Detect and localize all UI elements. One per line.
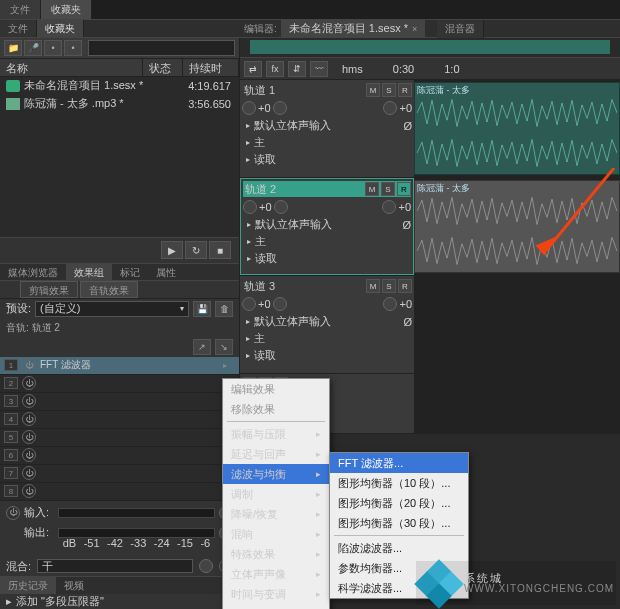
tab-history[interactable]: 历史记录	[0, 577, 56, 594]
tool-d[interactable]: 〰	[310, 61, 328, 77]
menu-reverb[interactable]: 混响▸	[223, 524, 329, 544]
btn-a[interactable]: •	[44, 40, 62, 56]
tab-clip-fx[interactable]: 剪辑效果	[20, 281, 78, 298]
btn-record[interactable]: 🎤	[24, 40, 42, 56]
close-icon[interactable]: ×	[412, 24, 417, 34]
tab-video[interactable]: 视频	[56, 577, 92, 594]
master-select[interactable]: ▸主	[243, 234, 411, 249]
delete-preset-icon[interactable]: 🗑	[215, 301, 233, 317]
tab-mixer[interactable]: 混音器	[437, 20, 484, 38]
menu-stereo[interactable]: 立体声声像▸	[223, 564, 329, 584]
submenu-geq30[interactable]: 图形均衡器（30 段）...	[330, 513, 468, 533]
save-preset-icon[interactable]: 💾	[193, 301, 211, 317]
menu-delay[interactable]: 延迟与回声▸	[223, 444, 329, 464]
mix-dropdown[interactable]: 干	[37, 559, 193, 573]
tab-marker[interactable]: 标记	[112, 264, 148, 280]
read-select[interactable]: ▸读取	[242, 348, 412, 363]
pan-knob[interactable]	[273, 297, 287, 311]
file-row[interactable]: 未命名混音项目 1.sesx * 4:19.617	[0, 77, 239, 95]
col-status[interactable]: 状态	[143, 59, 183, 76]
input-select[interactable]: ▸默认立体声输入Ø	[243, 217, 411, 232]
menu-edit-fx[interactable]: 编辑效果	[223, 379, 329, 399]
history-item[interactable]: ▸ 添加 "多段压限器"	[0, 594, 239, 609]
rec-button[interactable]: R	[397, 182, 411, 196]
preset-dropdown[interactable]: (自定义)	[35, 301, 189, 317]
tab-fav2[interactable]: 收藏夹	[37, 20, 84, 37]
vol-knob[interactable]	[242, 297, 256, 311]
track-header-2[interactable]: 轨道 2MSR +0+0 ▸默认立体声输入Ø ▸主 ▸读取	[240, 178, 414, 275]
tab-media-browser[interactable]: 媒体浏览器	[0, 264, 66, 280]
col-name[interactable]: 名称	[0, 59, 143, 76]
play-button[interactable]: ▶	[161, 241, 183, 259]
time-ruler[interactable]: hms0:301:0	[332, 63, 616, 75]
btn-open[interactable]: 📁	[4, 40, 22, 56]
btn-b[interactable]: •	[64, 40, 82, 56]
track-header-3[interactable]: 轨道 3MSR +0+0 ▸默认立体声输入Ø ▸主 ▸读取	[240, 276, 414, 373]
submenu-geq20[interactable]: 图形均衡器（20 段）...	[330, 493, 468, 513]
menu-time[interactable]: 时间与变调▸	[223, 584, 329, 604]
fx-slot-8[interactable]: 8⏻▸	[0, 483, 239, 501]
tool-c[interactable]: ⇵	[288, 61, 306, 77]
chevron-right-icon[interactable]: ▸	[223, 361, 235, 370]
fx-a[interactable]: ↗	[193, 339, 211, 355]
submenu-geq10[interactable]: 图形均衡器（10 段）...	[330, 473, 468, 493]
menu-modulation[interactable]: 调制▸	[223, 484, 329, 504]
solo-button[interactable]: S	[382, 83, 396, 97]
track-name[interactable]: 轨道 1	[242, 83, 364, 98]
input-select[interactable]: ▸默认立体声输入Ø	[242, 118, 412, 133]
tab-props[interactable]: 属性	[148, 264, 184, 280]
read-select[interactable]: ▸读取	[243, 251, 411, 266]
submenu-notch[interactable]: 陷波滤波器...	[330, 538, 468, 558]
fx-slot-2[interactable]: 2⏻▸	[0, 375, 239, 393]
tab-favorites[interactable]: 收藏夹	[41, 0, 92, 19]
menu-special[interactable]: 特殊效果▸	[223, 544, 329, 564]
tab-track-fx[interactable]: 音轨效果	[80, 281, 138, 298]
input-select[interactable]: ▸默认立体声输入Ø	[242, 314, 412, 329]
mute-button[interactable]: M	[365, 182, 379, 196]
solo-button[interactable]: S	[382, 279, 396, 293]
master-select[interactable]: ▸主	[242, 135, 412, 150]
rec-button[interactable]: R	[398, 279, 412, 293]
tool-a[interactable]: ⇄	[244, 61, 262, 77]
search-input[interactable]	[88, 40, 235, 56]
tab-file[interactable]: 文件	[0, 0, 41, 19]
master-select[interactable]: ▸主	[242, 331, 412, 346]
track-name[interactable]: 轨道 2	[243, 182, 363, 197]
fx-slot-6[interactable]: 6⏻▸	[0, 447, 239, 465]
vol-knob[interactable]	[243, 200, 257, 214]
submenu-fft[interactable]: FFT 滤波器...	[330, 453, 468, 473]
fx-slot-7[interactable]: 7⏻▸	[0, 465, 239, 483]
mute-button[interactable]: M	[366, 279, 380, 293]
track-header-1[interactable]: 轨道 1MSR +0+0 ▸默认立体声输入Ø ▸主 ▸读取	[240, 80, 414, 177]
loop-button[interactable]: ↻	[185, 241, 207, 259]
read-select[interactable]: ▸读取	[242, 152, 412, 167]
vol-knob[interactable]	[242, 101, 256, 115]
timeline-overview[interactable]	[240, 38, 620, 58]
menu-remove-fx[interactable]: 移除效果	[223, 399, 329, 419]
tab-file2[interactable]: 文件	[0, 20, 37, 37]
fx-slot-5[interactable]: 5⏻▸	[0, 429, 239, 447]
mix-knob[interactable]	[199, 559, 213, 573]
fx-b[interactable]: ↘	[215, 339, 233, 355]
fx-slot-1[interactable]: 1 ⏻ FFT 滤波器 ▸	[0, 357, 239, 375]
power-icon[interactable]: ⏻	[6, 506, 20, 520]
mute-button[interactable]: M	[366, 83, 380, 97]
fx-slot-4[interactable]: 4⏻▸	[0, 411, 239, 429]
tool-b[interactable]: fx	[266, 61, 284, 77]
tab-fx-group[interactable]: 效果组	[66, 264, 112, 280]
solo-button[interactable]: S	[381, 182, 395, 196]
fx-slot-3[interactable]: 3⏻▸	[0, 393, 239, 411]
menu-amplitude[interactable]: 振幅与压限▸	[223, 424, 329, 444]
menu-noise[interactable]: 降噪/恢复▸	[223, 504, 329, 524]
power-icon[interactable]: ⏻	[22, 358, 36, 372]
pan-knob[interactable]	[274, 200, 288, 214]
pan-knob[interactable]	[273, 101, 287, 115]
audio-clip[interactable]: 陈冠蒲 - 太多	[414, 82, 620, 175]
menu-vst[interactable]: VST▸	[223, 604, 329, 609]
track-name[interactable]: 轨道 3	[242, 279, 364, 294]
stop-button[interactable]: ■	[209, 241, 231, 259]
doc-tab[interactable]: 未命名混音项目 1.sesx * ×	[281, 19, 425, 38]
file-row[interactable]: 陈冠蒲 - 太多 .mp3 * 3:56.650	[0, 95, 239, 113]
menu-filter-eq[interactable]: 滤波与均衡▸	[223, 464, 329, 484]
col-duration[interactable]: 持续时间	[183, 59, 239, 76]
